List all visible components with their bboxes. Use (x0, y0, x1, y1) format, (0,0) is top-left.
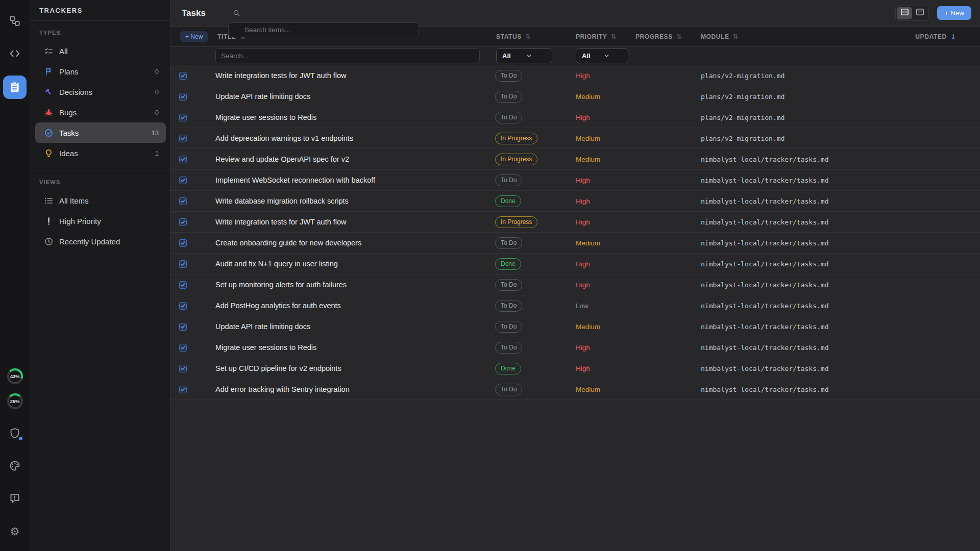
check-icon (180, 303, 186, 309)
gavel-icon (44, 87, 53, 96)
table-row[interactable]: Set up monitoring alerts for auth failur… (170, 274, 980, 295)
row-checkbox[interactable] (179, 93, 187, 101)
sidebar-item-all-items[interactable]: All Items (35, 190, 166, 211)
table-row[interactable]: Add error tracking with Sentry integrati… (170, 379, 980, 400)
items-search-input[interactable] (228, 22, 419, 37)
row-checkbox[interactable] (179, 72, 187, 80)
board-view-button[interactable] (912, 7, 927, 19)
row-checkbox[interactable] (179, 197, 187, 205)
task-title: Audit and fix N+1 query in user listing (205, 260, 490, 268)
code-icon (6, 45, 23, 62)
sidebar-item-label: Tasks (59, 129, 152, 137)
check-icon (180, 156, 186, 163)
module-path: nimbalyst-local/tracker/tasks.md (694, 218, 908, 226)
priority-label: High (569, 218, 632, 226)
priority-label: High (569, 365, 632, 372)
sidebar-item-tasks[interactable]: Tasks13 (35, 122, 166, 143)
row-checkbox[interactable] (179, 281, 187, 289)
row-checkbox[interactable] (179, 365, 187, 372)
priority-label: High (569, 344, 632, 352)
column-header-priority[interactable]: PRIORITY⇅ (569, 33, 632, 40)
table-row[interactable]: Implement WebSocket reconnection with ba… (170, 170, 980, 191)
row-checkbox[interactable] (179, 302, 187, 310)
column-header-progress[interactable]: PROGRESS⇅ (632, 33, 694, 40)
feedback-button[interactable] (6, 490, 23, 507)
table-row[interactable]: Add PostHog analytics for auth events To… (170, 295, 980, 316)
table-row[interactable]: Migrate user sessions to Redis To Do Hig… (170, 337, 980, 358)
table-row[interactable]: Set up CI/CD pipeline for v2 endpoints D… (170, 358, 980, 379)
sidebar-item-plans[interactable]: Plans0 (35, 61, 166, 82)
table-row[interactable]: Migrate user sessions to Redis To Do Hig… (170, 107, 980, 128)
priority-label: High (569, 260, 632, 268)
settings-button[interactable]: ⚙ (6, 522, 23, 540)
theme-button[interactable] (6, 457, 23, 474)
table-view-button[interactable] (897, 7, 912, 19)
search-icon (228, 6, 419, 20)
check-icon (180, 261, 186, 267)
sidebar-item-label: Recently Updated (59, 237, 159, 246)
gear-icon: ⚙ (10, 526, 20, 537)
table-row[interactable]: Audit and fix N+1 query in user listing … (170, 254, 980, 274)
sidebar-item-recently-updated[interactable]: Recently Updated (35, 231, 166, 252)
table-row[interactable]: Write integration tests for JWT auth flo… (170, 65, 980, 86)
column-header-updated[interactable]: UPDATED↓ (908, 33, 980, 41)
sidebar-item-count: 0 (155, 68, 159, 76)
module-path: nimbalyst-local/tracker/tasks.md (694, 177, 908, 184)
icon-rail: 43%25% ⚙ (0, 0, 30, 551)
status-filter-select[interactable]: All (496, 48, 552, 63)
row-checkbox[interactable] (179, 239, 187, 247)
checklist-icon (44, 46, 53, 56)
status-badge: To Do (495, 321, 522, 333)
row-checkbox[interactable] (179, 323, 187, 331)
table-row[interactable]: Add deprecation warnings to v1 endpoints… (170, 128, 980, 149)
progress-ring-label: 25% (10, 398, 19, 404)
priority-filter-select[interactable]: All (576, 48, 628, 63)
tracker-nav-button-active[interactable] (3, 76, 27, 99)
progress-ring: 43% (7, 368, 23, 384)
module-path: nimbalyst-local/tracker/tasks.md (694, 197, 908, 205)
task-title: Update API rate limiting docs (205, 92, 490, 101)
workflow-nav-button[interactable] (6, 12, 23, 30)
filter-search-input[interactable] (215, 48, 480, 63)
column-header-module[interactable]: MODULE⇅ (694, 33, 908, 40)
row-checkbox[interactable] (179, 156, 187, 163)
module-path: nimbalyst-local/tracker/tasks.md (694, 323, 908, 331)
check-icon (180, 93, 186, 100)
priority-label: Low (569, 302, 632, 310)
sidebar-title: TRACKERS (39, 7, 83, 14)
table-row[interactable]: Update API rate limiting docs To Do Medi… (170, 316, 980, 337)
row-checkbox[interactable] (179, 177, 187, 184)
table-row[interactable]: Write integration tests for JWT auth flo… (170, 212, 980, 233)
table-new-button[interactable]: + New (180, 31, 208, 42)
security-button[interactable] (6, 424, 23, 442)
status-badge: To Do (495, 279, 522, 291)
sidebar-item-all[interactable]: All (35, 41, 166, 61)
row-checkbox[interactable] (179, 386, 187, 393)
sidebar-item-bugs[interactable]: Bugs0 (35, 102, 166, 122)
sidebar-item-decisions[interactable]: Decisions0 (35, 82, 166, 102)
check-circle-icon (44, 128, 53, 137)
table-row[interactable]: Write database migration rollback script… (170, 191, 980, 212)
column-header-status[interactable]: STATUS⇅ (490, 33, 569, 40)
row-checkbox[interactable] (179, 260, 187, 268)
sidebar-item-label: All (59, 47, 159, 56)
status-badge: Done (495, 363, 521, 374)
sort-icon: ⇅ (610, 33, 617, 40)
check-icon (180, 198, 186, 205)
new-item-button[interactable]: + New (937, 6, 971, 20)
row-checkbox[interactable] (179, 218, 187, 226)
task-title: Review and update OpenAPI spec for v2 (205, 155, 490, 163)
row-checkbox[interactable] (179, 114, 187, 121)
sidebar-item-high-priority[interactable]: High Priority (35, 211, 166, 231)
module-path: nimbalyst-local/tracker/tasks.md (694, 239, 908, 247)
table-row[interactable]: Update API rate limiting docs To Do Medi… (170, 86, 980, 107)
row-checkbox[interactable] (179, 135, 187, 142)
table-filter-row: All All (170, 47, 980, 65)
table-row[interactable]: Create onboarding guide for new develope… (170, 233, 980, 254)
code-nav-button[interactable] (6, 45, 23, 62)
sidebar-item-ideas[interactable]: Ideas1 (35, 143, 166, 163)
row-checkbox[interactable] (179, 344, 187, 352)
priority-label: Medium (569, 323, 632, 331)
table-row[interactable]: Review and update OpenAPI spec for v2 In… (170, 149, 980, 170)
status-badge: To Do (495, 342, 522, 354)
